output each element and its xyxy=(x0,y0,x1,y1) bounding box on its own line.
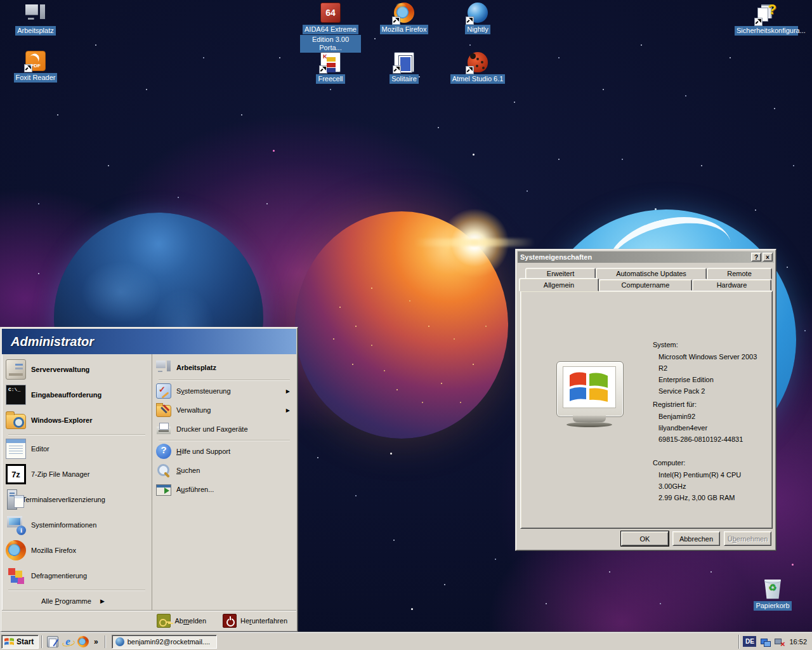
network-status-icon[interactable] xyxy=(760,637,770,647)
shortcut-arrow-icon xyxy=(466,66,474,74)
system-section: System: Microsoft Windows Server 2003 R2… xyxy=(653,341,767,397)
solitaire-card-icon xyxy=(394,52,414,72)
command-prompt-icon xyxy=(6,385,26,405)
start-menu-item-serververwaltung[interactable]: Serververwaltung xyxy=(2,357,152,382)
security-config-icon xyxy=(756,4,776,24)
desktop-icon-label: Solitaire xyxy=(390,74,419,84)
server-icon xyxy=(6,359,26,380)
section-line: 69815-286-0810192-44831 xyxy=(653,434,767,445)
system-properties-dialog: Systemeigenschaften ? × Erweitert Automa… xyxy=(515,249,776,551)
recycle-bin-icon xyxy=(762,576,783,599)
apply-button[interactable]: Übernehmen xyxy=(724,531,771,546)
start-menu-item-defragmentierung[interactable]: Defragmentierung xyxy=(2,563,152,588)
desktop-icon-aida64[interactable]: 64 AIDA64 Extreme Edition 3.00 Porta... xyxy=(300,3,361,53)
quick-launch-overflow-chevron[interactable]: » xyxy=(93,637,100,646)
system-tray: DE 16:52 xyxy=(738,635,812,649)
start-menu-item-mozilla-firefox[interactable]: Mozilla Firefox xyxy=(2,538,152,563)
start-menu-item-verwaltung[interactable]: Verwaltung ▶ xyxy=(152,401,296,420)
desktop-screen: Arbeitsplatz Foxit Reader 64 AIDA64 Extr… xyxy=(0,0,812,650)
help-button[interactable]: ? xyxy=(751,253,761,262)
key-icon xyxy=(157,614,171,628)
desktop-icon-arbeitsplatz[interactable]: Arbeitsplatz xyxy=(5,4,66,36)
start-menu-item-eingabeaufforderung[interactable]: Eingabeaufforderung xyxy=(2,382,152,408)
my-computer-icon xyxy=(156,360,171,375)
help-icon xyxy=(156,444,171,459)
start-menu-item-drucker-und-faxgeraete[interactable]: Drucker und Faxgeräte xyxy=(152,420,296,439)
start-menu-item-hilfe-und-support[interactable]: Hilfe und Support xyxy=(152,442,296,461)
language-indicator[interactable]: DE xyxy=(743,636,756,647)
dialog-titlebar[interactable]: Systemeigenschaften ? × xyxy=(518,251,774,263)
desktop-icon-foxit-reader[interactable]: Foxit Reader xyxy=(5,51,66,83)
show-desktop-icon[interactable] xyxy=(47,636,58,647)
start-menu: Administrator Serververwaltung Eingabeau… xyxy=(0,327,298,632)
admin-tools-icon xyxy=(156,405,171,417)
tab-hardware[interactable]: Hardware xyxy=(692,279,771,291)
start-menu-item-7zip[interactable]: 7-Zip File Manager xyxy=(2,461,152,487)
start-menu-item-ausfuehren[interactable]: Ausführen... xyxy=(152,480,296,499)
globe-icon xyxy=(115,637,124,646)
start-button-label: Start xyxy=(16,637,34,646)
desktop-icon-atmel-studio[interactable]: Atmel Studio 6.1 xyxy=(447,52,508,84)
start-menu-item-terminalserverlizenzierung[interactable]: Terminalserverlizenzierung xyxy=(2,487,152,512)
logged-in-user: Administrator xyxy=(11,335,94,349)
tab-allgemein[interactable]: Allgemein xyxy=(519,278,599,291)
start-menu-item-windows-explorer[interactable]: Windows-Explorer xyxy=(2,408,152,433)
windows-flag-icon xyxy=(4,637,15,646)
sun-flare xyxy=(440,208,509,278)
desktop-icon-sicherheitskonfiguration[interactable]: Sicherheitskonfigura... xyxy=(736,4,797,36)
firefox-icon[interactable] xyxy=(77,636,89,647)
ladybug-icon xyxy=(468,52,488,72)
notepad-icon xyxy=(6,439,26,459)
tab-automatische-updates[interactable]: Automatische Updates xyxy=(596,268,707,279)
start-menu-item-arbeitsplatz[interactable]: Arbeitsplatz xyxy=(152,357,296,378)
start-menu-item-systeminformationen[interactable]: Systeminformationen xyxy=(2,512,152,538)
section-line: 2.99 GHz, 3,00 GB RAM xyxy=(653,492,767,503)
monitor-base xyxy=(573,416,606,422)
shortcut-arrow-icon xyxy=(319,65,327,74)
all-programs-button[interactable]: Alle Programme ▶ xyxy=(2,592,152,610)
start-menu-item-editor[interactable]: Editor xyxy=(2,436,152,461)
firefox-icon xyxy=(394,3,414,23)
registered-section: Registriert für: Benjamin92 lilyandben4e… xyxy=(653,401,767,445)
control-panel-icon xyxy=(156,383,171,399)
shortcut-arrow-icon xyxy=(754,18,763,26)
separator xyxy=(8,434,145,435)
ok-button[interactable]: OK xyxy=(621,531,669,546)
desktop-icon-freecell[interactable]: Freecell xyxy=(300,52,361,84)
cancel-button[interactable]: Abbrechen xyxy=(672,531,720,546)
dialog-buttons: OK Abbrechen Übernehmen xyxy=(516,531,771,546)
start-menu-item-systemsteuerung[interactable]: Systemsteuerung ▶ xyxy=(152,381,296,401)
clock[interactable]: 16:52 xyxy=(788,638,807,646)
log-off-button[interactable]: Abmelden xyxy=(157,614,206,628)
defrag-blocks-icon xyxy=(6,566,26,586)
shut-down-button[interactable]: Herunterfahren xyxy=(223,614,287,628)
system-info-icon xyxy=(6,515,26,535)
run-icon xyxy=(156,484,171,496)
quick-launch-bar: e » xyxy=(44,636,102,647)
separator xyxy=(8,590,145,590)
close-button[interactable]: × xyxy=(763,253,773,262)
desktop-icon-nightly[interactable]: Nightly xyxy=(447,3,508,34)
pink-stars xyxy=(0,0,2,2)
submenu-arrow-icon: ▶ xyxy=(286,388,292,394)
foxit-pdf-icon xyxy=(25,51,46,71)
windows-flag-icon xyxy=(568,369,610,404)
explorer-folder-icon xyxy=(6,414,26,429)
internet-explorer-icon[interactable]: e xyxy=(62,636,74,647)
desktop-icon-mozilla-firefox[interactable]: Mozilla Firefox xyxy=(374,3,435,34)
section-line: Intel(R) Pentium(R) 4 CPU xyxy=(653,469,767,481)
start-button[interactable]: Start xyxy=(1,635,39,649)
power-icon xyxy=(223,614,237,628)
start-menu-item-suchen[interactable]: Suchen xyxy=(152,461,296,480)
desktop-icon-solitaire[interactable]: Solitaire xyxy=(374,52,435,84)
submenu-arrow-icon: ▶ xyxy=(286,408,292,413)
section-heading: System: xyxy=(653,341,767,348)
tab-computername[interactable]: Computername xyxy=(599,279,692,291)
separator xyxy=(159,380,290,380)
tab-remote[interactable]: Remote xyxy=(707,268,772,279)
start-menu-left-column: Serververwaltung Eingabeaufforderung Win… xyxy=(2,354,152,610)
network-disconnected-icon[interactable] xyxy=(774,637,784,647)
desktop-icon-papierkorb[interactable]: Papierkorb xyxy=(742,576,803,611)
desktop-icon-label: Atmel Studio 6.1 xyxy=(450,74,506,84)
taskbar-task-rocketmail[interactable]: benjamin92@rocketmail.... xyxy=(112,635,217,649)
